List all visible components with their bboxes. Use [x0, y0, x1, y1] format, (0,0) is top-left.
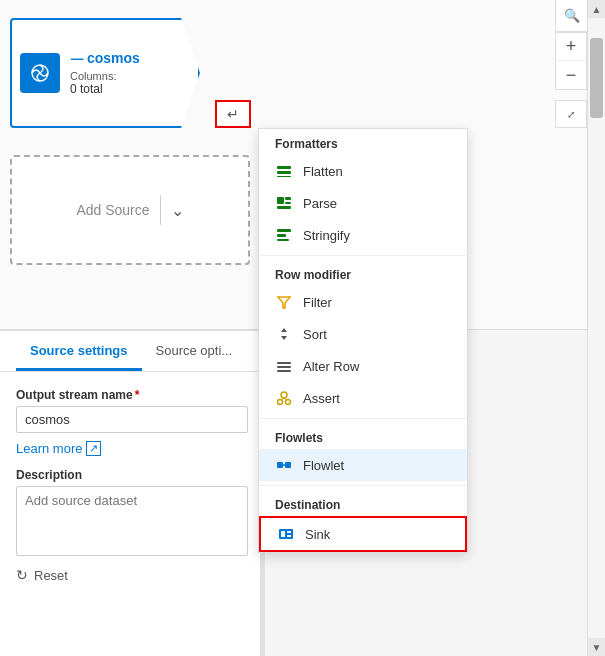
- add-source-label: Add Source: [76, 202, 149, 218]
- cosmos-node[interactable]: ⸻ cosmos Columns: 0 total: [10, 18, 200, 128]
- svg-rect-2: [277, 171, 291, 174]
- cosmos-icon: [20, 53, 60, 93]
- chevron-down-icon[interactable]: ⌄: [171, 201, 184, 220]
- alter-row-icon: [275, 357, 293, 375]
- scroll-down-button[interactable]: ▼: [588, 638, 606, 656]
- svg-rect-4: [277, 197, 284, 204]
- sink-icon: [277, 525, 295, 543]
- parse-icon: [275, 194, 293, 212]
- tab-source-options[interactable]: Source opti...: [142, 331, 247, 371]
- svg-point-14: [281, 392, 287, 398]
- menu-item-alter-row[interactable]: Alter Row: [259, 350, 467, 382]
- menu-item-flatten[interactable]: Flatten: [259, 155, 467, 187]
- formatters-header: Formatters: [259, 129, 467, 155]
- cosmos-edit-button[interactable]: ↵: [215, 100, 251, 128]
- settings-panel: Source settings Source opti... Output st…: [0, 330, 265, 656]
- menu-item-sort[interactable]: Sort: [259, 318, 467, 350]
- zoom-controls: + −: [555, 32, 587, 90]
- svg-rect-7: [277, 206, 291, 209]
- cosmos-count: 0 total: [70, 82, 140, 96]
- flatten-label: Flatten: [303, 164, 343, 179]
- search-icon: 🔍: [564, 8, 580, 23]
- add-source-divider: [160, 195, 161, 225]
- reset-row: ↻ Reset: [16, 567, 248, 583]
- settings-content: Output stream name* Learn more ↗ Descrip…: [0, 372, 264, 599]
- svg-rect-12: [277, 366, 291, 368]
- fit-view-button[interactable]: ⤢: [555, 100, 587, 128]
- svg-rect-19: [277, 462, 283, 468]
- divider-2: [259, 418, 467, 419]
- reset-label[interactable]: Reset: [34, 568, 68, 583]
- flowlet-label: Flowlet: [303, 458, 344, 473]
- flowlet-icon: [275, 456, 293, 474]
- filter-label: Filter: [303, 295, 332, 310]
- svg-rect-11: [277, 362, 291, 364]
- svg-rect-23: [281, 531, 285, 537]
- menu-item-flowlet[interactable]: Flowlet: [259, 449, 467, 481]
- svg-rect-3: [277, 176, 291, 177]
- output-stream-label: Output stream name*: [16, 388, 248, 402]
- scroll-up-button[interactable]: ▲: [588, 0, 606, 18]
- flatten-icon: [275, 162, 293, 180]
- description-textarea[interactable]: [16, 486, 248, 556]
- dropdown-menu: Formatters Flatten Parse Stringify Row m…: [258, 128, 468, 553]
- fit-icon: ⤢: [567, 109, 575, 120]
- alter-row-label: Alter Row: [303, 359, 359, 374]
- destination-header: Destination: [259, 490, 467, 516]
- scrollbar: ▲ ▼: [587, 0, 605, 656]
- output-stream-input[interactable]: [16, 406, 248, 433]
- menu-item-sink[interactable]: Sink: [259, 516, 467, 552]
- filter-icon: [275, 293, 293, 311]
- row-modifier-header: Row modifier: [259, 260, 467, 286]
- stringify-label: Stringify: [303, 228, 350, 243]
- menu-item-filter[interactable]: Filter: [259, 286, 467, 318]
- assert-label: Assert: [303, 391, 340, 406]
- parse-label: Parse: [303, 196, 337, 211]
- menu-item-assert[interactable]: Assert: [259, 382, 467, 414]
- menu-item-parse[interactable]: Parse: [259, 187, 467, 219]
- svg-rect-6: [285, 202, 291, 204]
- zoom-in-button[interactable]: +: [556, 33, 586, 61]
- svg-point-16: [286, 400, 291, 405]
- svg-rect-24: [287, 531, 291, 533]
- reset-icon: ↻: [16, 567, 28, 583]
- learn-more-link[interactable]: Learn more ↗: [16, 441, 101, 456]
- cosmos-subtitle: Columns:: [70, 70, 140, 82]
- description-label: Description: [16, 468, 248, 482]
- scroll-thumb[interactable]: [590, 38, 603, 118]
- svg-rect-13: [277, 370, 291, 372]
- cosmos-info: ⸻ cosmos Columns: 0 total: [70, 50, 140, 96]
- divider-3: [259, 485, 467, 486]
- zoom-out-button[interactable]: −: [556, 61, 586, 89]
- sink-label: Sink: [305, 527, 330, 542]
- svg-rect-5: [285, 197, 291, 200]
- sort-label: Sort: [303, 327, 327, 342]
- svg-rect-25: [287, 535, 291, 537]
- search-button[interactable]: 🔍: [555, 0, 587, 32]
- cosmos-title: ⸻ cosmos: [70, 50, 140, 66]
- add-source-area[interactable]: Add Source ⌄: [10, 155, 250, 265]
- svg-rect-9: [277, 234, 286, 237]
- sort-icon: [275, 325, 293, 343]
- scroll-track[interactable]: [588, 18, 605, 638]
- tab-source-settings[interactable]: Source settings: [16, 331, 142, 371]
- flowlets-header: Flowlets: [259, 423, 467, 449]
- external-link-icon: ↗: [86, 441, 101, 456]
- assert-icon: [275, 389, 293, 407]
- stringify-icon: [275, 226, 293, 244]
- edit-icon: ↵: [227, 106, 239, 122]
- svg-rect-8: [277, 229, 291, 232]
- svg-point-15: [278, 400, 283, 405]
- menu-item-stringify[interactable]: Stringify: [259, 219, 467, 251]
- divider-1: [259, 255, 467, 256]
- svg-rect-1: [277, 166, 291, 169]
- svg-rect-10: [277, 239, 289, 241]
- svg-rect-20: [285, 462, 291, 468]
- settings-tabs: Source settings Source opti...: [0, 331, 264, 372]
